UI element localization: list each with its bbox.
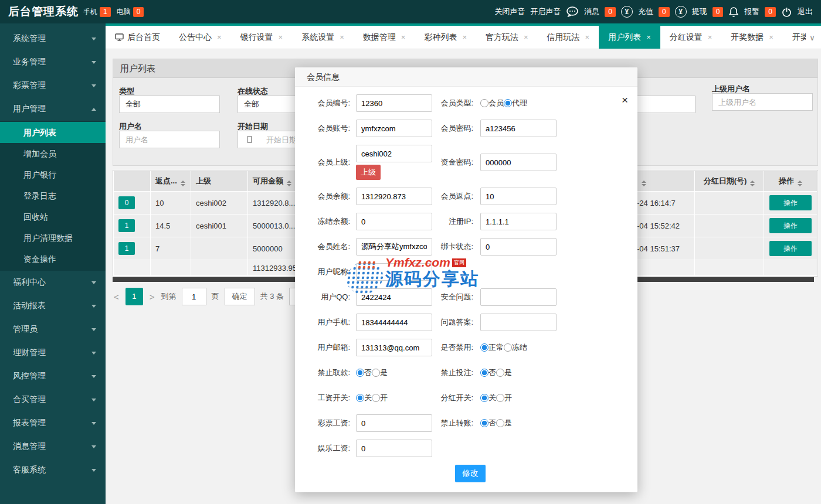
mobile-input[interactable] bbox=[356, 314, 432, 331]
tab-close-icon[interactable]: × bbox=[217, 33, 222, 42]
answer-input[interactable] bbox=[480, 314, 557, 331]
tab-dividend-settings[interactable]: 分红设置× bbox=[660, 26, 722, 49]
next-page-button[interactable]: > bbox=[148, 292, 156, 302]
row-expand-badge[interactable]: 0 bbox=[118, 196, 135, 209]
sidebar-item-business[interactable]: 业务管理 bbox=[0, 50, 106, 74]
parent-username-input[interactable] bbox=[712, 93, 813, 111]
recharge-button[interactable]: 充值 bbox=[638, 6, 653, 17]
salary-switch-option-off[interactable]: 关 bbox=[356, 393, 372, 403]
recharge-yen-icon[interactable]: ¥ bbox=[621, 6, 633, 18]
tab-bank-settings[interactable]: 银行设置× bbox=[231, 26, 293, 49]
row-expand-badge[interactable]: 1 bbox=[118, 219, 135, 232]
sort-icon[interactable] bbox=[287, 181, 291, 186]
tab-close-icon[interactable]: × bbox=[646, 33, 651, 42]
sidebar-subitem-clean-data[interactable]: 用户清理数据 bbox=[0, 227, 106, 248]
lottery-salary-input[interactable] bbox=[356, 414, 432, 432]
sidebar-subitem-add-member[interactable]: 增加会员 bbox=[0, 143, 106, 164]
sidebar-item-group-buy[interactable]: 合买管理 bbox=[0, 388, 106, 411]
alarm-button[interactable]: 报警 bbox=[744, 6, 759, 17]
current-page-button[interactable]: 1 bbox=[125, 288, 143, 305]
tab-data-management[interactable]: 数据管理× bbox=[354, 26, 415, 49]
no-transfer-option-no[interactable]: 否 bbox=[480, 418, 496, 428]
parent-select-button[interactable]: 上级 bbox=[356, 165, 381, 180]
card-status-input[interactable] bbox=[480, 238, 557, 256]
goto-page-input[interactable] bbox=[182, 288, 206, 305]
power-icon[interactable] bbox=[781, 6, 792, 18]
rebate-input[interactable] bbox=[480, 188, 557, 205]
sort-icon[interactable] bbox=[798, 181, 802, 186]
radio-selected-icon[interactable] bbox=[480, 394, 488, 402]
radio-selected-icon[interactable] bbox=[356, 394, 364, 402]
member-type-option-member[interactable]: 会员 bbox=[480, 98, 504, 108]
no-bet-option-yes[interactable]: 是 bbox=[496, 367, 512, 378]
sidebar-item-system[interactable]: 系统管理 bbox=[0, 27, 106, 50]
sidebar-item-welfare[interactable]: 福利中心 bbox=[0, 271, 106, 294]
security-question-input[interactable] bbox=[480, 288, 557, 306]
logout-button[interactable]: 退出 bbox=[798, 6, 813, 17]
radio-icon[interactable] bbox=[496, 394, 504, 402]
modify-submit-button[interactable]: 修改 bbox=[455, 465, 486, 482]
nickname-input[interactable] bbox=[356, 263, 432, 281]
sidebar-subitem-user-list[interactable]: 用户列表 bbox=[0, 122, 106, 143]
password-input[interactable] bbox=[480, 120, 557, 137]
no-transfer-option-yes[interactable]: 是 bbox=[496, 418, 512, 428]
no-withdraw-option-no[interactable]: 否 bbox=[356, 367, 372, 378]
tab-close-icon[interactable]: × bbox=[340, 33, 344, 42]
tab-system-settings[interactable]: 系统设置× bbox=[292, 26, 354, 49]
radio-icon[interactable] bbox=[504, 343, 512, 352]
qq-input[interactable] bbox=[356, 288, 432, 306]
parent-input[interactable] bbox=[356, 145, 432, 162]
withdraw-button[interactable]: 提现 bbox=[692, 6, 707, 17]
disabled-option-frozen[interactable]: 冻结 bbox=[504, 342, 527, 353]
sort-icon[interactable] bbox=[642, 181, 646, 186]
frozen-balance-input[interactable] bbox=[356, 213, 432, 230]
tab-overflow-chevron-icon[interactable]: ∨ bbox=[806, 26, 819, 49]
no-bet-option-no[interactable]: 否 bbox=[480, 367, 496, 378]
tab-official-play[interactable]: 官方玩法× bbox=[476, 26, 538, 49]
tab-user-list[interactable]: 用户列表× bbox=[599, 26, 660, 49]
message-button[interactable]: 消息 bbox=[584, 6, 599, 17]
time-column-header[interactable] bbox=[636, 171, 694, 191]
action-column-header[interactable]: 操作 bbox=[764, 171, 817, 191]
sidebar-item-finance[interactable]: 理财管理 bbox=[0, 341, 106, 365]
member-type-option-agent[interactable]: 代理 bbox=[504, 98, 527, 108]
tab-close-icon[interactable]: × bbox=[708, 33, 713, 42]
radio-icon[interactable] bbox=[496, 419, 504, 427]
tab-close-icon[interactable]: × bbox=[585, 33, 590, 42]
tab-close-icon[interactable]: × bbox=[769, 33, 773, 42]
disabled-option-normal[interactable]: 正常 bbox=[480, 342, 504, 353]
tab-draw-data[interactable]: 开奖数据× bbox=[721, 26, 783, 49]
tab-close-icon[interactable]: × bbox=[401, 33, 406, 42]
type-filter-select[interactable]: 全部 bbox=[119, 96, 220, 113]
rebate-column-header[interactable]: 返点... bbox=[151, 171, 191, 191]
account-input[interactable] bbox=[356, 120, 432, 137]
tab-announcements[interactable]: 公告中心× bbox=[169, 26, 231, 49]
row-action-button[interactable]: 操作 bbox=[769, 241, 812, 256]
row-action-button[interactable]: 操作 bbox=[769, 195, 812, 210]
sidebar-subitem-user-bank[interactable]: 用户银行 bbox=[0, 164, 106, 185]
fund-password-input[interactable] bbox=[480, 154, 557, 171]
radio-icon[interactable] bbox=[372, 394, 380, 402]
salary-switch-option-on[interactable]: 开 bbox=[372, 393, 388, 403]
sidebar-item-messages[interactable]: 消息管理 bbox=[0, 435, 106, 458]
tab-close-icon[interactable]: × bbox=[462, 33, 467, 42]
radio-icon[interactable] bbox=[480, 99, 488, 107]
real-name-input[interactable] bbox=[356, 238, 432, 256]
message-bubble-icon[interactable] bbox=[566, 6, 579, 17]
row-expand-badge[interactable]: 1 bbox=[118, 242, 135, 255]
tab-lottery-list[interactable]: 彩种列表× bbox=[415, 26, 476, 49]
radio-selected-icon[interactable] bbox=[480, 343, 488, 352]
radio-selected-icon[interactable] bbox=[480, 419, 488, 427]
email-input[interactable] bbox=[356, 339, 432, 356]
dividend-date-column-header[interactable]: 分红日期(号) bbox=[695, 171, 764, 191]
sidebar-item-customer-service[interactable]: 客服系统 bbox=[0, 458, 106, 482]
sidebar-subitem-recycle-bin[interactable]: 回收站 bbox=[0, 206, 106, 227]
entertain-salary-input[interactable] bbox=[356, 440, 432, 457]
tab-close-icon[interactable]: × bbox=[524, 33, 528, 42]
bell-icon[interactable] bbox=[728, 6, 739, 18]
radio-selected-icon[interactable] bbox=[480, 369, 488, 377]
parent-column-header[interactable]: 上级 bbox=[191, 171, 247, 191]
reg-ip-input[interactable] bbox=[480, 213, 557, 230]
tab-close-icon[interactable]: × bbox=[279, 33, 283, 42]
sidebar-item-risk[interactable]: 风控管理 bbox=[0, 365, 106, 388]
